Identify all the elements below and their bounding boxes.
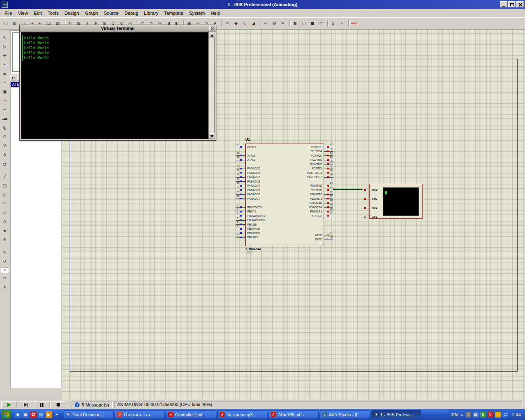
task-isis-professional[interactable]: IS 1 - ISIS Profess... [371,410,421,419]
2d-marker-tool-button[interactable]: ⊕ [1,236,9,244]
hidden-icons-chevron[interactable]: « [460,412,463,418]
show-desktop-icon[interactable]: ▦ [22,411,29,418]
terminal-scrollbar[interactable] [208,32,214,139]
PD7/OC2[interactable]: 21 PD7/OC2 [246,214,324,218]
virtual-terminal-instrument[interactable]: RXD TXD RTS CTS [369,184,423,219]
PC4/TDO[interactable]: 26 PC4/TDO [246,162,324,167]
menu-item[interactable]: Graph [82,10,101,16]
2d-line-tool-button[interactable]: ╱ [1,173,9,180]
menu-item[interactable]: File [2,10,15,16]
property-assignment-button[interactable]: ✎ [279,20,287,27]
play-button[interactable] [1,401,17,408]
menu-item[interactable]: System [186,10,208,16]
2d-symbol-tool-button[interactable]: ★ [1,227,9,235]
virtual-terminal-window[interactable]: Virtual Terminal Hello WorldHello WorldH… [19,25,216,141]
2d-path-tool-button[interactable]: ◇ [1,209,9,217]
remove-sheet-button[interactable]: ■ [308,20,316,27]
task-controller3-pdf[interactable]: A Контроллер3... [217,410,267,419]
PD2/INT0[interactable]: 16 PD2/INT0 [246,192,324,197]
open-design-button[interactable]: ▧ [11,20,18,27]
mail-icon[interactable]: ✉ [38,411,44,418]
task-total-commander[interactable]: TC Total Comman... [64,410,114,419]
start-button[interactable] [1,410,11,419]
PD0/RXD[interactable]: 14 PD0/RXD [246,184,324,188]
PC2/TCK[interactable]: 24 PC2/TCK [246,153,324,158]
netlist-to-ares-button[interactable]: ARES [350,20,358,27]
AVCC[interactable]: 30 AVCC [246,237,324,242]
close-button[interactable] [516,1,524,7]
current-probe-mode-button[interactable]: A [1,151,9,159]
taskbar-clock[interactable]: 2:44 [512,412,521,417]
goto-sheet-button[interactable]: ⇄ [317,20,325,27]
PD3/INT1[interactable]: 17 PD3/INT1 [246,196,324,201]
tray-display-icon[interactable]: ▦ [473,412,479,418]
2d-arc-tool-button[interactable]: ◠ [1,200,9,208]
step-button[interactable] [18,401,33,408]
AREF[interactable]: 32 AREF [246,233,324,237]
scroll-down-button[interactable] [209,133,215,139]
generator-mode-button[interactable]: ⊙ [1,133,9,141]
PC1/SDA[interactable]: 23 PC1/SDA [246,149,324,154]
rotate-clockwise-button[interactable]: ↻ [1,249,9,256]
new-design-button[interactable]: ▢ [2,20,10,27]
PC5/TDI[interactable]: 27 PC5/TDI [246,167,324,171]
pick-parts-button[interactable]: ≡ [224,20,231,27]
tray-alert-icon[interactable]: ! [495,412,501,418]
voltage-probe-mode-button[interactable]: V [1,142,9,150]
graph-mode-button[interactable]: ▂▅▇ [1,115,9,123]
menu-item[interactable]: Library [141,10,161,16]
mirror-vertical-button[interactable]: ↕ [1,283,9,291]
scroll-up-button[interactable] [209,32,215,38]
PC7/TOSC2[interactable]: 29 PC7/TOSC2 [246,175,324,180]
PD4/OC1B[interactable]: 18 PD4/OC1B [246,201,324,205]
rotate-anticlockwise-button[interactable]: ↺ [1,258,9,265]
virtual-terminal-titlebar[interactable]: Virtual Terminal [20,25,216,32]
electrical-rules-check-button[interactable]: ✓ [338,20,346,27]
component-atmega32[interactable]: U1 9 RESET 13 [245,144,324,246]
rotation-angle-field[interactable]: 0 [1,267,9,273]
maximize-button[interactable] [508,1,516,7]
menu-item[interactable]: Source [101,10,121,16]
tray-antivirus-icon[interactable]: V [488,412,493,418]
component-mode-button[interactable]: ▷ [1,43,9,50]
internet-explorer-icon[interactable]: e [14,411,21,418]
text-script-mode-button[interactable]: ≡ [1,70,9,78]
wire-autorouter-button[interactable]: ≈ [262,20,269,27]
2d-text-tool-button[interactable]: A [1,218,9,226]
task-controller1-pdf[interactable]: A Controller1.pd... [166,410,216,419]
PD5/OC1A[interactable]: 19 PD5/OC1A [246,205,324,210]
menu-item[interactable]: Template [161,10,186,16]
tray-network-icon[interactable]: ⇅ [480,412,486,418]
tape-recorder-mode-button[interactable]: ◎ [1,124,9,132]
titlebar[interactable]: ISIS 1 - ISIS Professional (Animating) [0,0,525,9]
mirror-horizontal-button[interactable]: ↔ [1,274,9,282]
bill-of-materials-button[interactable]: $ [329,20,337,27]
task-74hc165-pdf[interactable]: A 74hc165.pdf -... [269,410,319,419]
decompose-button[interactable]: ◢ [249,20,257,27]
wire-txd-to-rxd[interactable] [333,189,363,190]
pause-button[interactable] [34,401,50,408]
device-pins-mode-button[interactable]: ¬ [1,106,9,114]
PC6/TOSC1[interactable]: 28 PC6/TOSC1 [246,171,324,175]
menu-item[interactable]: Design [62,10,82,16]
virtual-instruments-mode-button[interactable]: ◔ [1,160,9,168]
search-and-tag-button[interactable]: ⊛ [270,20,278,27]
buses-mode-button[interactable]: ≣ [1,79,9,87]
menu-item[interactable]: Help [208,10,223,16]
new-sheet-button[interactable]: ▢ [300,20,308,27]
task-browser-reply[interactable]: O Ответить - го... [115,410,165,419]
PD1/TXD[interactable]: 15 PD1/TXD [246,188,324,192]
opera-icon[interactable]: O [30,411,37,418]
menu-item[interactable]: View [15,10,31,16]
PC0/SCL[interactable]: 22 PC0/SCL [246,145,324,149]
make-device-button[interactable]: ◆ [232,20,240,27]
media-player-icon[interactable]: ▶ [46,411,52,418]
quick-launch-more-chevron[interactable]: » [53,411,60,418]
minimize-button[interactable] [500,1,507,7]
task-avr-studio[interactable]: µ AVR Studio - [F... [320,410,370,419]
wire-label-mode-button[interactable]: LBL [1,61,9,68]
subcircuit-mode-button[interactable]: ▣ [1,88,9,96]
tray-volume-icon[interactable]: ♪ [466,412,471,418]
terminals-mode-button[interactable]: ⊣ [1,97,9,105]
tray-messenger-icon[interactable]: ☺ [502,412,508,418]
